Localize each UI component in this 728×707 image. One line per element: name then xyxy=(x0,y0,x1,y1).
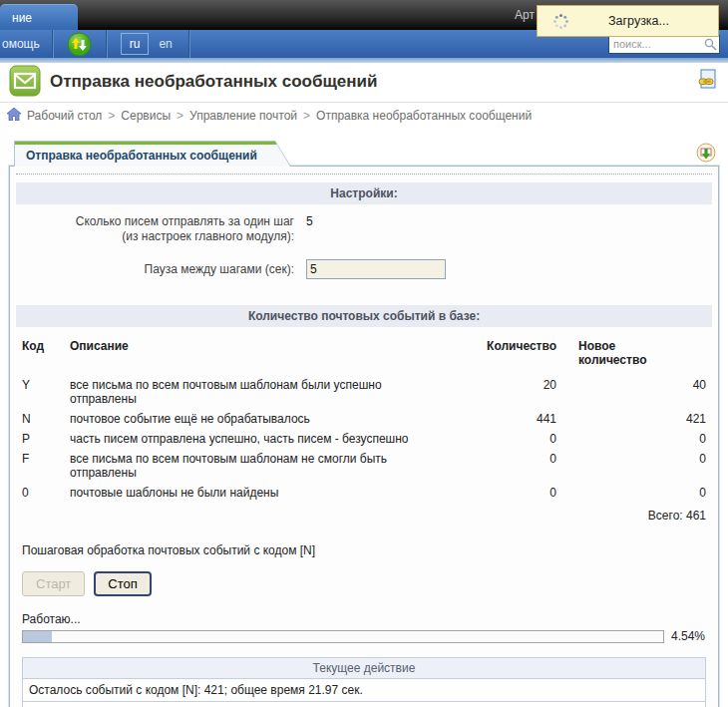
progress-bar xyxy=(22,630,664,643)
mail-icon xyxy=(9,65,41,101)
search-icon[interactable] xyxy=(704,37,717,55)
table-row: Pчасть писем отправлена успешно, часть п… xyxy=(22,429,706,449)
list-item: Осталось событий с кодом [N]: 426; общее… xyxy=(23,702,706,707)
top-nav-tab[interactable]: ние xyxy=(0,4,78,30)
page: ние Арт Загрузка... омощь ru en xyxy=(0,0,728,707)
total-row: Всего: 461 xyxy=(22,503,706,526)
pause-label: Пауза между шагами (сек): xyxy=(10,259,294,279)
tab-bar: Отправка необработанных сообщений xyxy=(9,141,719,167)
top-nav-tab-label: ние xyxy=(12,11,32,25)
breadcrumb-item[interactable]: Управление почтой xyxy=(189,109,297,123)
breadcrumb-item[interactable]: Сервисы xyxy=(121,109,171,123)
col-count-header: Количество xyxy=(467,333,556,375)
loading-popup: Загрузка... xyxy=(537,5,719,37)
events-table: Код Описание Количество Новое количество… xyxy=(22,333,706,526)
page-title: Отправка необработанных сообщений xyxy=(50,72,377,92)
col-code-header: Код xyxy=(22,333,70,375)
loading-spinner-icon xyxy=(551,12,569,30)
col-description-header: Описание xyxy=(70,333,467,375)
letters-per-step-value: 5 xyxy=(294,214,313,244)
status-text: Работаю... xyxy=(22,612,706,626)
table-row: Nпочтовое событие ещё не обрабатывалось … xyxy=(22,409,706,429)
title-divider xyxy=(0,102,728,103)
home-icon[interactable] xyxy=(7,108,21,124)
toolbar-bottom-strip xyxy=(0,58,728,63)
link-icon[interactable] xyxy=(698,69,717,95)
form-settings-icon[interactable] xyxy=(696,143,716,167)
help-link[interactable]: омощь xyxy=(0,37,52,51)
table-row: 0почтовые шаблоны не были найдены 00 xyxy=(22,483,706,503)
tab-label: Отправка необработанных сообщений xyxy=(15,142,290,163)
breadcrumb-item[interactable]: Отправка необработанных сообщений xyxy=(316,109,532,123)
start-button[interactable]: Старт xyxy=(22,571,85,596)
breadcrumb-item[interactable]: Рабочий стол xyxy=(27,109,102,123)
log-header: Текущее действие xyxy=(23,658,706,679)
total-label: Всего: 461 xyxy=(22,503,706,526)
breadcrumb-separator: > xyxy=(177,109,183,123)
process-description: Пошаговая обработка почтовых событий с к… xyxy=(22,543,706,557)
lang-en-button[interactable]: en xyxy=(159,37,172,51)
dotted-divider xyxy=(16,174,712,175)
lang-ru-button[interactable]: ru xyxy=(121,33,150,55)
pause-input[interactable] xyxy=(306,259,446,279)
toolbar-divider xyxy=(52,30,53,58)
breadcrumb-separator: > xyxy=(303,109,310,123)
toolbar-divider xyxy=(106,30,107,58)
letters-per-step-label: Сколько писем отправлять за один шаг (из… xyxy=(10,214,294,244)
log-table: Текущее действие Осталось событий с кодо… xyxy=(22,657,706,707)
loading-text: Загрузка... xyxy=(569,14,718,28)
user-label: Арт xyxy=(515,8,535,22)
events-section-header: Количество почтовых событий в базе: xyxy=(16,305,712,327)
settings-section-header: Настройки: xyxy=(16,182,712,204)
table-row: Yвсе письма по всем почтовым шаблонам бы… xyxy=(22,375,706,409)
content-box: Настройки: Сколько писем отправлять за о… xyxy=(9,166,719,707)
table-row: Fвсе письма по всем почтовым шаблонам не… xyxy=(22,449,706,483)
events-header-row: Код Описание Количество Новое количество xyxy=(22,333,706,375)
progress-percent: 4.54% xyxy=(671,629,705,643)
stop-button[interactable]: Стоп xyxy=(94,571,151,596)
toolbar-divider xyxy=(188,30,189,58)
list-item: Осталось событий с кодом [N]: 421; общее… xyxy=(23,679,706,702)
sync-arrows-icon[interactable] xyxy=(67,32,92,57)
progress-fill xyxy=(23,631,52,642)
col-newcount-header: Новое количество xyxy=(556,333,706,375)
tab-send-unprocessed[interactable]: Отправка необработанных сообщений xyxy=(14,141,291,167)
breadcrumb-separator: > xyxy=(108,109,115,123)
breadcrumb: Рабочий стол > Сервисы > Управление почт… xyxy=(7,108,721,124)
